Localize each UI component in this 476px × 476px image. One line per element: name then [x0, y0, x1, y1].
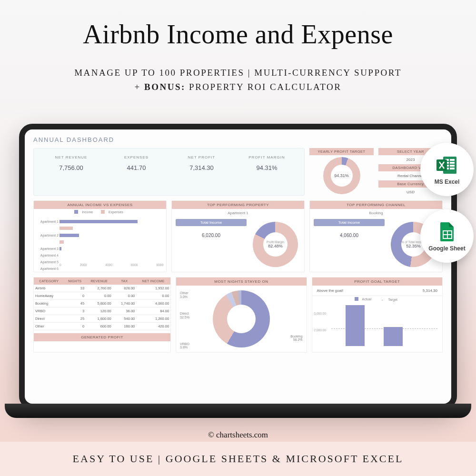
- bar-label: Apartment 5: [36, 260, 59, 264]
- th: CATEGORY: [34, 278, 64, 285]
- laptop-base: [5, 404, 471, 418]
- table-cell: Airbnb: [34, 285, 64, 292]
- table-cell: 84.00: [136, 307, 170, 315]
- table-cell: Booking: [34, 300, 64, 307]
- x-tick: 6000: [131, 263, 138, 267]
- table-cell: HomeAway: [34, 292, 64, 300]
- kpi-label: NET REVENUE: [39, 155, 104, 159]
- table-cell: 0.00: [136, 292, 170, 300]
- panel-header: MOST NIGHTS STAYED ON: [176, 278, 306, 286]
- table-cell: 0.00: [113, 292, 137, 300]
- panel-header: PROFIT GOAL TARGET: [312, 278, 442, 286]
- kpi-profit-margin: PROFIT MARGIN 94.31%: [234, 155, 299, 188]
- legend-swatch-income: [74, 210, 78, 214]
- table-cell: 1,740.00: [113, 300, 137, 307]
- footer-apps: GOOGLE SHEETS & MICROSOFT EXCEL: [166, 453, 404, 465]
- hero-subtitle: MANAGE UP TO 100 PROPERTIES | MULTI-CURR…: [0, 66, 476, 95]
- footer-easy: EASY TO USE: [73, 453, 154, 465]
- panel-header: TOP PERFORMING PROPERTY: [172, 201, 304, 209]
- table-cell: 33: [64, 285, 86, 292]
- google-sheets-icon: [436, 220, 458, 243]
- top-property-name: Apartment 1: [172, 209, 304, 217]
- table-cell: 1,932.00: [136, 285, 170, 292]
- dashboard-screen: ANNUAL DASHBOARD NET REVENUE 7,756.00 EX…: [25, 129, 451, 404]
- yearly-profit-target-panel: YEARLY PROFIT TARGET 94.31%: [309, 148, 374, 196]
- table-cell: 828.00: [113, 285, 137, 292]
- bar-label: Apartment 2: [36, 234, 59, 237]
- x-tick: 8000: [157, 263, 163, 267]
- table-cell: 420.00: [136, 323, 170, 330]
- hero-title: Airbnb Income and Expense: [0, 0, 476, 50]
- th: TAX: [113, 278, 137, 285]
- donut-yearly-profit: 94.31%: [323, 157, 360, 194]
- kpi-value: 94.31%: [234, 164, 299, 171]
- divider-pipe: |: [248, 68, 255, 78]
- kpi-strip: NET REVENUE 7,756.00 EXPENSES 441.70 NET…: [33, 148, 305, 196]
- svg-rect-4: [450, 162, 455, 164]
- th: NET INCOME: [136, 278, 170, 285]
- excel-icon: [436, 154, 458, 177]
- badge-label: Google Sheet: [428, 245, 465, 252]
- legend-label: Expenses: [109, 210, 123, 214]
- y-tick: 3,000.00: [314, 312, 326, 315]
- svg-rect-2: [450, 159, 455, 161]
- table-cell: 3: [64, 307, 86, 315]
- table-cell: 540.00: [113, 315, 137, 323]
- table-cell: Direct: [34, 315, 64, 323]
- kpi-net-revenue: NET REVENUE 7,756.00: [39, 155, 104, 188]
- laptop-screen: ANNUAL DASHBOARD NET REVENUE 7,756.00 EX…: [19, 124, 457, 409]
- income-vs-expenses-panel: ANNUAL INCOME VS EXPENSES Income Expense…: [33, 200, 167, 272]
- table-cell: 0: [64, 292, 86, 300]
- laptop-mockup: ANNUAL DASHBOARD NET REVENUE 7,756.00 EX…: [19, 124, 457, 409]
- footer-strip: EASY TO USE | GOOGLE SHEETS & MICROSOFT …: [0, 442, 476, 476]
- y-tick: 2,000.00: [314, 328, 326, 332]
- category-table-panel: CATEGORY NIGHTS REVENUE TAX NET INCOME A…: [33, 277, 171, 353]
- total-income-pill: Total Income: [314, 219, 385, 226]
- kpi-net-profit: NET PROFIT 7,314.30: [169, 155, 234, 188]
- table-row: Direct251,800.00540.001,260.00: [34, 315, 170, 323]
- divider-pipe: |: [154, 453, 165, 465]
- kpi-label: NET PROFIT: [169, 155, 234, 159]
- bar-label: Apartment 1: [36, 220, 59, 223]
- total-income-value: 6,020.00: [176, 226, 247, 245]
- legend-swatch-expenses: [101, 210, 105, 214]
- table-row: HomeAway00.000.000.00: [34, 292, 170, 300]
- panel-header: YEARLY PROFIT TARGET: [309, 148, 374, 155]
- legend-label: Income: [82, 210, 93, 214]
- top-property-panel: TOP PERFORMING PROPERTY Apartment 1 Tota…: [171, 200, 305, 272]
- category-table: CATEGORY NIGHTS REVENUE TAX NET INCOME A…: [34, 278, 170, 330]
- svg-rect-6: [450, 165, 455, 167]
- donut-center-label: 94.31%: [323, 157, 360, 194]
- kpi-value: 441.70: [104, 164, 169, 171]
- goal-barchart: 3,000.00 2,000.00: [312, 302, 442, 350]
- panel-header: ANNUAL INCOME VS EXPENSES: [34, 201, 166, 209]
- panel-header: TOP PERFORMING CHANNEL: [310, 201, 442, 209]
- x-tick: 0: [60, 263, 61, 267]
- above-goal-value: 5,314.30: [423, 288, 437, 293]
- slice-label-other: Other 3.0%: [180, 291, 188, 298]
- donut-center-label: Profit Margin82.48%: [253, 222, 298, 267]
- th: NIGHTS: [64, 278, 86, 285]
- sub-properties: MANAGE UP TO 100 PROPERTIES: [74, 68, 244, 78]
- badge-label: MS Excel: [435, 178, 460, 185]
- most-nights-donut: Other 3.0% Direct 32.5% VRBO 3.8% Bookin…: [176, 286, 306, 352]
- legend: Income Expenses: [34, 209, 166, 215]
- ms-excel-badge: MS Excel: [420, 143, 474, 196]
- donut-property-margin: Profit Margin82.48%: [253, 222, 298, 267]
- slice-label-booking: Booking 58.2%: [290, 335, 302, 342]
- table-cell: VRBO: [34, 307, 64, 315]
- top-channel-name: Booking: [310, 209, 442, 217]
- google-sheet-badge: Google Sheet: [420, 209, 474, 263]
- x-tick: 2000: [80, 263, 87, 267]
- table-cell: 45: [64, 300, 86, 307]
- total-income-pill: Total Income: [176, 219, 247, 226]
- table-cell: 0: [64, 323, 86, 330]
- bar-label: Apartment 3: [36, 247, 59, 250]
- table-row: Other0600.00180.00420.00: [34, 323, 170, 330]
- kpi-expenses: EXPENSES 441.70: [104, 155, 169, 188]
- table-row: Booking455,800.001,740.004,060.00: [34, 300, 170, 307]
- bar-actual: [346, 305, 365, 346]
- bar-label: Apartment 6: [36, 267, 59, 270]
- copyright: © chartsheets.com: [0, 430, 476, 440]
- table-cell: 1,800.00: [86, 315, 112, 323]
